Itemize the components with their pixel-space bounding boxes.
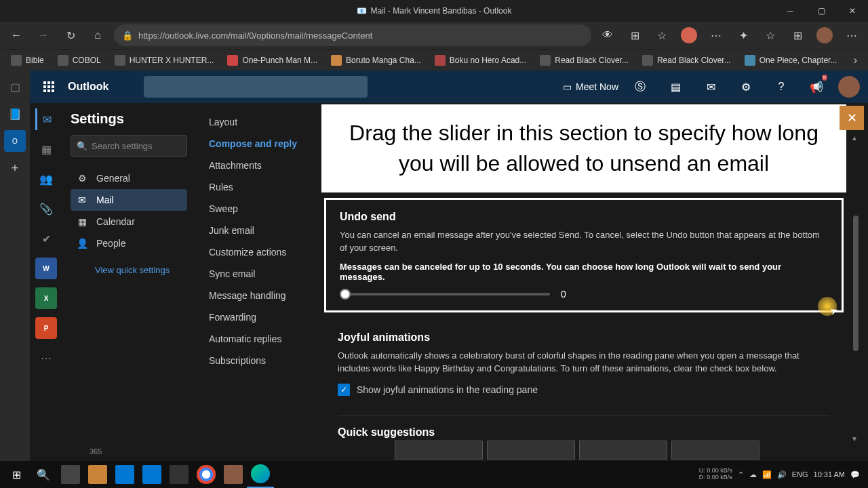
joyful-section: Joyful animations Outlook automatically … <box>320 318 848 409</box>
nav-mail[interactable]: ✉Mail <box>71 189 187 211</box>
sub-handling[interactable]: Message handling <box>195 285 320 306</box>
undo-slider[interactable] <box>340 293 550 296</box>
minimize-button[interactable]: ─ <box>774 0 806 22</box>
whatsnew-icon[interactable]: 📢5 <box>803 73 830 100</box>
bookmark-bible[interactable]: Bible <box>5 52 50 68</box>
scroll-down-arrow[interactable]: ▼ <box>851 435 858 442</box>
settings-gear-icon[interactable]: ⚙ <box>732 73 760 100</box>
thumbnail[interactable] <box>395 441 483 460</box>
help-icon[interactable]: ? <box>768 73 795 100</box>
sub-sweep[interactable]: Sweep <box>195 198 320 220</box>
thumbnail[interactable] <box>487 441 575 460</box>
view-quick-settings-link[interactable]: View quick settings <box>90 260 187 281</box>
outlook-tab-icon[interactable]: O <box>4 130 26 152</box>
slider-value: 0 <box>561 289 566 300</box>
favorite-icon[interactable]: ☆ <box>651 24 673 46</box>
people-module-icon[interactable]: 👥 <box>35 168 57 190</box>
sub-customize[interactable]: Customize actions <box>195 241 320 263</box>
onedrive-icon[interactable]: ☁ <box>749 470 757 479</box>
mail-app[interactable] <box>111 461 138 488</box>
tab-actions[interactable]: ▢ <box>4 76 26 98</box>
more-icon[interactable]: ⋯ <box>705 24 727 46</box>
bookmark-cobol[interactable]: COBOL <box>52 52 106 68</box>
sub-sync[interactable]: Sync email <box>195 263 320 285</box>
notifications-icon[interactable]: 💬 <box>850 470 860 479</box>
slider-thumb[interactable] <box>340 289 351 300</box>
profile-avatar[interactable] <box>814 24 835 46</box>
volume-icon[interactable]: 🔊 <box>777 470 787 479</box>
bookmark-hunter[interactable]: HUNTER X HUNTER... <box>109 52 220 68</box>
address-bar[interactable]: 🔒 https://outlook.live.com/mail/0/option… <box>114 24 591 46</box>
bookmark-onepiece[interactable]: One Piece, Chapter... <box>739 52 843 68</box>
nav-people[interactable]: 👤People <box>71 232 187 254</box>
bookmarks-overflow[interactable]: › <box>848 54 863 66</box>
start-button[interactable]: ⊞ <box>3 461 30 488</box>
forward-button[interactable]: → <box>33 24 54 46</box>
sub-layout[interactable]: Layout <box>195 111 320 133</box>
back-button[interactable]: ← <box>5 24 27 46</box>
scrollbar[interactable]: ▲ ▼ <box>850 134 859 442</box>
sub-forwarding[interactable]: Forwarding <box>195 306 320 328</box>
thumbnail[interactable] <box>671 441 760 460</box>
extensions-icon[interactable]: ✦ <box>732 24 754 46</box>
sub-compose[interactable]: Compose and reply <box>195 133 320 155</box>
sub-subscriptions[interactable]: Subscriptions <box>195 350 320 371</box>
files-module-icon[interactable]: 📎 <box>35 198 57 220</box>
bookmark-boku[interactable]: Boku no Hero Acad... <box>429 52 532 68</box>
mail-module-icon[interactable]: ✉ <box>35 108 57 130</box>
app-icon[interactable] <box>165 461 193 488</box>
sub-rules[interactable]: Rules <box>195 176 320 198</box>
sub-autoreply[interactable]: Automatic replies <box>195 328 320 350</box>
more-apps-icon[interactable]: ⋯ <box>35 347 57 369</box>
favorites-bar-icon[interactable]: ☆ <box>760 24 781 46</box>
profile-indicator[interactable] <box>678 24 700 46</box>
excel-icon[interactable]: X <box>35 287 57 309</box>
joyful-checkbox[interactable]: ✓ <box>338 384 350 396</box>
tracking-icon[interactable]: 👁 <box>597 24 618 46</box>
outlook-inbox-icon[interactable]: ✉ <box>697 73 724 100</box>
sub-attachments[interactable]: Attachments <box>195 155 320 176</box>
bookmark-boruto[interactable]: Boruto Manga Cha... <box>326 52 427 68</box>
task-view-button[interactable] <box>57 461 84 488</box>
sub-junk[interactable]: Junk email <box>195 220 320 241</box>
menu-icon[interactable]: ⋯ <box>841 24 863 46</box>
app-icon[interactable] <box>220 461 247 488</box>
scroll-up-arrow[interactable]: ▲ <box>851 134 858 141</box>
outlook-search[interactable] <box>144 76 368 98</box>
skype-icon[interactable]: Ⓢ <box>627 73 654 100</box>
close-button[interactable]: ✕ <box>837 0 868 22</box>
camera-app[interactable] <box>138 461 165 488</box>
bookmark-clover1[interactable]: Read Black Clover... <box>534 52 634 68</box>
maximize-button[interactable]: ▢ <box>806 0 837 22</box>
powerpoint-icon[interactable]: P <box>35 317 57 339</box>
language-indicator[interactable]: ENG <box>792 470 808 479</box>
home-button[interactable]: ⌂ <box>87 24 108 46</box>
new-tab-button[interactable]: + <box>4 157 26 179</box>
calendar-module-icon[interactable]: ▦ <box>35 138 57 160</box>
meet-now-button[interactable]: ▭ Meet Now <box>563 81 618 92</box>
chrome-icon[interactable] <box>193 461 220 488</box>
collections-icon[interactable]: ⊞ <box>787 24 808 46</box>
app-launcher[interactable] <box>38 76 60 98</box>
nav-calendar[interactable]: ▦Calendar <box>71 211 187 232</box>
wifi-icon[interactable]: 📶 <box>762 470 772 479</box>
outlook-avatar[interactable] <box>838 76 860 98</box>
nav-general[interactable]: ⚙General <box>71 167 187 189</box>
refresh-button[interactable]: ↻ <box>60 24 81 46</box>
app-icon[interactable]: ⊞ <box>624 24 646 46</box>
edge-tab-icon[interactable]: 📘 <box>4 103 26 125</box>
settings-search[interactable]: 🔍 Search settings <box>71 135 187 157</box>
bookmark-opm[interactable]: One-Punch Man M... <box>222 52 323 68</box>
tray-chevron-icon[interactable]: ⌃ <box>738 470 744 479</box>
search-button[interactable]: 🔍 <box>30 461 57 488</box>
todo-module-icon[interactable]: ✔ <box>35 228 57 249</box>
file-explorer[interactable] <box>84 461 111 488</box>
clock[interactable]: 10:31 AM <box>814 470 845 479</box>
outlook-note-icon[interactable]: ▤ <box>662 73 689 100</box>
bookmark-clover2[interactable]: Read Black Clover... <box>637 52 736 68</box>
edge-icon[interactable] <box>247 461 274 488</box>
scroll-thumb[interactable] <box>853 216 859 351</box>
settings-close-button[interactable]: ✕ <box>840 106 864 130</box>
word-icon[interactable]: W <box>35 258 57 279</box>
thumbnail[interactable] <box>579 441 667 460</box>
